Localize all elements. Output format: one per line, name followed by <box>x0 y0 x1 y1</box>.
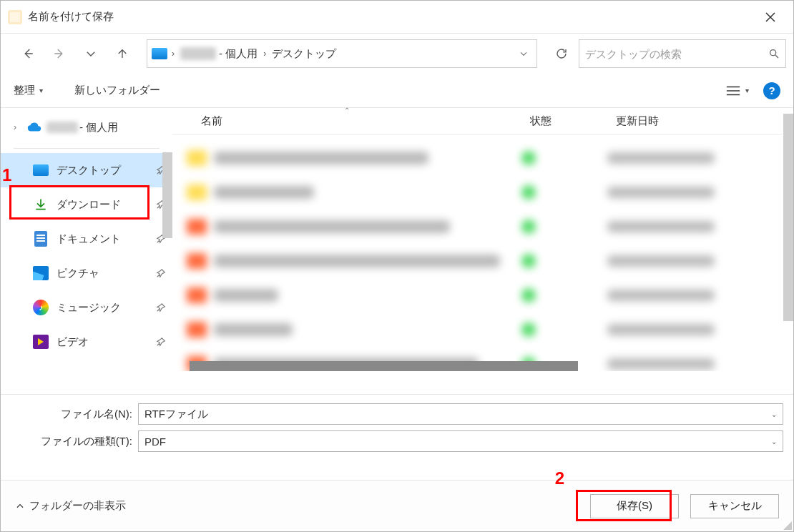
footer: フォルダーの非表示 保存(S) キャンセル <box>1 480 793 531</box>
sidebar-item-downloads[interactable]: ダウンロード <box>1 187 172 222</box>
music-icon <box>32 299 49 316</box>
download-icon <box>32 196 49 213</box>
column-modified[interactable]: 更新日時 <box>587 114 782 128</box>
sidebar-item-label: ビデオ <box>57 335 89 349</box>
horizontal-scrollbar[interactable] <box>190 361 760 371</box>
document-icon <box>32 230 49 247</box>
video-icon <box>32 333 49 350</box>
sidebar-item-documents[interactable]: ドキュメント <box>1 222 172 256</box>
filetype-label: ファイルの種類(T): <box>11 435 132 448</box>
search-box[interactable] <box>579 39 786 68</box>
chevron-up-icon <box>15 501 25 511</box>
save-form: ファイル名(N): RTFファイル ⌄ ファイルの種類(T): PDF ⌄ <box>1 394 793 455</box>
sidebar-item-label: ダウンロード <box>57 198 121 212</box>
file-row[interactable] <box>172 244 782 278</box>
sidebar-item-pictures[interactable]: ピクチャ <box>1 256 172 290</box>
new-folder-label: 新しいフォルダー <box>74 84 160 97</box>
close-icon <box>765 12 775 22</box>
new-folder-button[interactable]: 新しいフォルダー <box>74 84 160 97</box>
help-button[interactable]: ? <box>763 82 780 99</box>
scrollbar-thumb[interactable] <box>162 152 172 238</box>
file-row[interactable] <box>172 141 782 175</box>
file-row[interactable] <box>172 175 782 210</box>
chevron-down-icon <box>519 49 529 59</box>
address-dropdown[interactable] <box>511 49 536 59</box>
app-icon <box>8 10 22 24</box>
close-button[interactable] <box>752 1 789 33</box>
sidebar-item-desktop[interactable]: デスクトップ <box>1 153 172 187</box>
window-title: 名前を付けて保存 <box>28 10 114 24</box>
address-bar[interactable]: › - 個人用 › デスクトップ <box>147 39 537 68</box>
main-pane: › - 個人用 デスクトップ ダウンロード ドキュメント <box>1 108 793 394</box>
caret-down-icon: ▾ <box>745 87 749 94</box>
sidebar-item-label: ピクチャ <box>57 267 99 280</box>
caret-down-icon: ▾ <box>39 87 43 94</box>
file-list: ⌃ 名前 状態 更新日時 <box>172 108 793 394</box>
sidebar-item-videos[interactable]: ビデオ <box>1 325 172 359</box>
organize-button[interactable]: 整理 ▾ <box>14 84 43 97</box>
arrow-right-icon <box>53 47 66 60</box>
scrollbar-thumb[interactable] <box>190 361 578 371</box>
column-headers: ⌃ 名前 状態 更新日時 <box>172 108 782 135</box>
quick-access-list: デスクトップ ダウンロード ドキュメント ピクチャ ミュージック <box>1 153 172 359</box>
picture-icon <box>32 265 49 282</box>
forward-button[interactable] <box>45 39 74 68</box>
sidebar-scrollbar[interactable] <box>162 152 172 394</box>
sidebar-item-music[interactable]: ミュージック <box>1 290 172 325</box>
sidebar-item-label: ミュージック <box>57 301 121 315</box>
desktop-icon <box>32 162 49 179</box>
sidebar-item-onedrive[interactable]: › - 個人用 <box>1 112 172 142</box>
breadcrumb-redacted <box>180 47 216 60</box>
folder-toggle-label: フォルダーの非表示 <box>29 499 126 513</box>
help-icon: ? <box>768 84 775 97</box>
chevron-down-icon <box>84 47 97 60</box>
chevron-down-icon[interactable]: ⌄ <box>771 410 777 418</box>
arrow-left-icon <box>21 47 34 60</box>
sidebar-onedrive-redacted <box>46 122 78 133</box>
folder-toggle-button[interactable]: フォルダーの非表示 <box>15 499 126 513</box>
chevron-right-icon: › <box>167 49 179 59</box>
view-options-button[interactable]: ▾ <box>725 84 749 97</box>
organize-label: 整理 <box>14 84 35 97</box>
vertical-scrollbar[interactable] <box>783 108 793 384</box>
up-button[interactable] <box>108 39 137 68</box>
recent-locations-button[interactable] <box>77 39 105 68</box>
chevron-down-icon[interactable]: ⌄ <box>771 438 777 445</box>
file-row[interactable] <box>172 210 782 244</box>
chevron-right-icon: › <box>259 49 270 59</box>
back-button[interactable] <box>14 39 42 68</box>
sidebar-onedrive-suffix: - 個人用 <box>79 121 118 134</box>
resize-grip[interactable] <box>782 520 792 530</box>
breadcrumb-personal[interactable]: - 個人用 <box>217 47 259 61</box>
breadcrumb-dest[interactable]: デスクトップ <box>270 47 338 61</box>
svg-point-0 <box>770 50 776 56</box>
column-name[interactable]: 名前 <box>172 114 501 128</box>
file-list-body[interactable] <box>172 135 782 371</box>
file-row[interactable] <box>172 278 782 312</box>
cancel-button[interactable]: キャンセル <box>690 494 779 518</box>
sidebar: › - 個人用 デスクトップ ダウンロード ドキュメント <box>1 108 172 394</box>
sidebar-item-label: デスクトップ <box>57 164 121 177</box>
filetype-value: PDF <box>144 435 166 448</box>
sort-indicator-icon: ⌃ <box>344 107 350 114</box>
scrollbar-thumb[interactable] <box>783 114 793 321</box>
location-icon <box>152 48 167 59</box>
save-button[interactable]: 保存(S) <box>590 494 679 518</box>
filename-value: RTFファイル <box>144 408 208 421</box>
nav-row: › - 個人用 › デスクトップ <box>1 34 793 74</box>
search-icon <box>768 48 780 59</box>
sidebar-item-label: ドキュメント <box>57 232 121 246</box>
chevron-right-icon: › <box>14 122 25 132</box>
toolbar: 整理 ▾ 新しいフォルダー ▾ ? <box>1 74 793 108</box>
filename-label: ファイル名(N): <box>11 408 132 421</box>
filetype-select[interactable]: PDF ⌄ <box>138 430 783 452</box>
refresh-icon <box>555 47 568 60</box>
titlebar: 名前を付けて保存 <box>1 1 793 34</box>
cloud-icon <box>26 122 42 133</box>
column-status[interactable]: 状態 <box>501 114 587 128</box>
file-row[interactable] <box>172 312 782 347</box>
search-input[interactable] <box>585 48 768 60</box>
list-view-icon <box>725 84 741 97</box>
filename-input[interactable]: RTFファイル ⌄ <box>138 403 783 425</box>
refresh-button[interactable] <box>547 39 576 68</box>
